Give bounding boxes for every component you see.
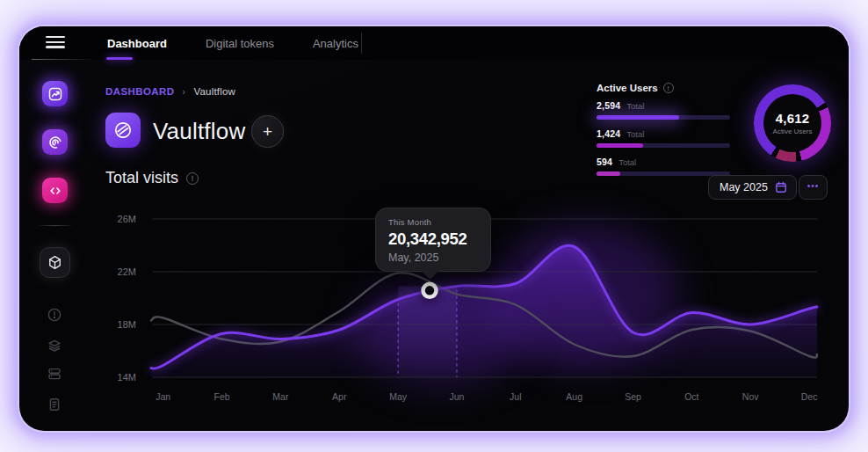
y-tick: 22M — [105, 266, 136, 277]
x-tick: Jan — [144, 391, 183, 402]
x-tick: Sep — [614, 391, 653, 402]
x-tick: Dec — [790, 391, 828, 402]
x-tick: Jul — [496, 391, 535, 402]
tooltip-value: 20,342,952 — [388, 230, 478, 249]
y-tick: 18M — [105, 319, 136, 330]
app-window: Dashboard Digital tokens Analytics — [19, 26, 849, 431]
y-tick: 26M — [105, 214, 136, 224]
x-tick: May — [379, 391, 417, 402]
tooltip-date: May, 2025 — [388, 252, 478, 264]
x-tick: Mar — [261, 391, 300, 402]
x-tick: Apr — [320, 391, 358, 402]
tooltip-eyebrow: This Month — [388, 217, 478, 227]
x-tick: Aug — [555, 391, 594, 402]
y-tick: 14M — [105, 372, 136, 383]
chart-tooltip: This Month 20,342,952 May, 2025 — [375, 208, 491, 272]
x-tick: Nov — [731, 391, 770, 402]
x-tick: Jun — [438, 391, 476, 402]
x-tick: Feb — [203, 391, 242, 402]
x-tick: Oct — [672, 391, 711, 402]
highlight-marker — [423, 284, 437, 297]
